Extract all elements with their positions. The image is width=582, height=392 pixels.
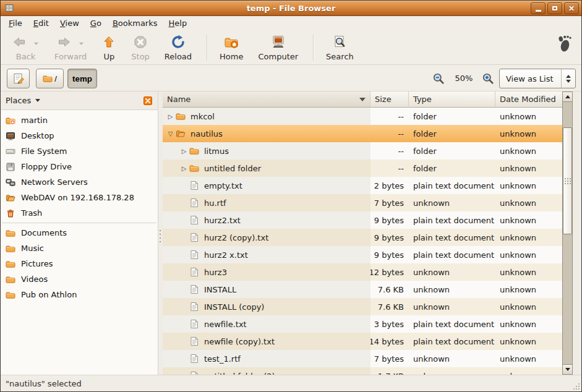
expander-collapsed-icon[interactable]: ▷ (165, 113, 176, 120)
back-arrow-icon (12, 35, 27, 49)
column-header-type[interactable]: Type (409, 92, 495, 108)
file-size: -- (370, 142, 409, 160)
zoom-out-button[interactable] (432, 72, 445, 85)
file-row[interactable]: empty.txt2 bytesplain text documentunkno… (163, 177, 562, 194)
spin-up-icon (566, 75, 571, 78)
sidebar-item-network-servers[interactable]: Network Servers (1, 174, 158, 190)
folder-open-icon (6, 193, 15, 203)
menu-bookmarks[interactable]: Bookmarks (107, 17, 163, 30)
sidebar-item-trash[interactable]: Trash (1, 205, 158, 221)
sidebar-item-martin[interactable]: martin (1, 113, 158, 128)
file-name: mkcol (190, 112, 215, 121)
forward-button: Forward (48, 33, 93, 62)
home-icon (224, 35, 239, 49)
desktop-icon (6, 131, 15, 141)
file-row[interactable]: hu.rtf7 bytesunknownunknown (163, 194, 562, 211)
text-file-icon (189, 232, 199, 242)
file-size: -- (370, 160, 409, 177)
toolbar-separator (313, 35, 314, 61)
file-row[interactable]: hurz2.txt9 bytesplain text documentunkno… (163, 211, 562, 229)
sidebar-item-label: Pub on Athlon (21, 290, 77, 299)
column-header-name[interactable]: Name (163, 92, 370, 108)
file-row[interactable]: ▷mkcol--folderunknown (163, 108, 562, 125)
scroll-down-button[interactable] (562, 364, 573, 375)
menu-file[interactable]: File (3, 17, 28, 30)
sidebar-close-button[interactable] (143, 96, 153, 105)
file-row[interactable]: ▽nautilus--folderunknown (163, 125, 562, 142)
sidebar-item-pub-on-athlon[interactable]: Pub on Athlon (1, 287, 158, 302)
file-row[interactable]: untitled folder (2)1.7 KBunknownunknown (163, 367, 562, 375)
scroll-up-button[interactable] (562, 92, 573, 102)
folder-icon (189, 146, 199, 156)
menu-help[interactable]: Help (163, 17, 193, 30)
up-button[interactable]: Up (95, 33, 122, 62)
file-name: test_1.rtf (204, 354, 241, 364)
reload-button[interactable]: Reload (158, 33, 198, 62)
sidebar-item-desktop[interactable]: Desktop (1, 128, 158, 143)
close-button[interactable]: ✕ (564, 2, 579, 14)
file-date-modified: unknown (495, 298, 562, 315)
text-file-icon (189, 319, 199, 329)
sidebar-item-documents[interactable]: Documents (1, 225, 158, 241)
sort-descending-icon (359, 98, 366, 101)
sidebar-item-pictures[interactable]: Pictures (1, 256, 158, 271)
menu-go[interactable]: Go (85, 17, 107, 30)
sidebar-item-label: Pictures (21, 259, 53, 268)
file-date-modified: unknown (495, 281, 562, 298)
view-mode-spinner[interactable] (561, 69, 575, 88)
column-header-size[interactable]: Size (370, 92, 409, 108)
menu-view[interactable]: View (54, 17, 85, 30)
file-date-modified: unknown (495, 367, 562, 375)
scrollbar-thumb[interactable] (563, 127, 572, 234)
edit-location-button[interactable] (7, 69, 30, 88)
search-button[interactable]: Search (320, 33, 360, 62)
computer-icon (271, 35, 286, 49)
minimize-button[interactable] (531, 2, 546, 14)
scrollbar-trough[interactable] (562, 102, 573, 364)
root-path-button[interactable]: / (36, 69, 64, 88)
file-type: plain text document (409, 333, 495, 350)
vertical-scrollbar[interactable] (562, 92, 573, 375)
spin-down-icon (566, 80, 571, 83)
expander-expanded-icon[interactable]: ▽ (165, 130, 176, 137)
sidebar-item-videos[interactable]: Videos (1, 271, 158, 287)
file-row[interactable]: test_1.rtf7 bytesunknownunknown (163, 350, 562, 367)
toolbar: BackForwardUpStopReloadHomeComputerSearc… (1, 30, 581, 65)
sidebar-item-file-system[interactable]: File System (1, 143, 158, 159)
drive-icon (6, 147, 15, 156)
sidebar-item-webdav-on-192-168-178-28[interactable]: WebDAV on 192.168.178.28 (1, 190, 158, 205)
file-row[interactable]: hurz312 bytesunknownunknown (163, 263, 562, 281)
file-row[interactable]: ▷untitled folder--folderunknown (163, 160, 562, 177)
resize-grip[interactable] (572, 382, 580, 390)
file-row[interactable]: INSTALL (copy)7.6 KBunknownunknown (163, 298, 562, 315)
expander-collapsed-icon[interactable]: ▷ (179, 148, 189, 155)
text-file-icon (189, 302, 199, 312)
text-file-icon (189, 181, 199, 190)
root-path-label: / (54, 74, 57, 83)
sidebar-item-floppy-drive[interactable]: Floppy Drive (1, 159, 158, 174)
pane-splitter[interactable] (158, 92, 163, 375)
file-row[interactable]: hurz2 (copy).txt9 bytesplain text docume… (163, 229, 562, 246)
file-row[interactable]: INSTALL7.6 KBunknownunknown (163, 281, 562, 298)
file-date-modified: unknown (495, 211, 562, 229)
sidebar-item-music[interactable]: Music (1, 241, 158, 256)
zoom-in-button[interactable] (482, 72, 494, 85)
maximize-button[interactable] (547, 2, 562, 14)
file-size: 9 bytes (370, 229, 409, 246)
menu-edit[interactable]: Edit (28, 17, 54, 30)
view-mode-select[interactable]: View as List (499, 69, 576, 88)
file-size: 7.6 KB (370, 298, 409, 315)
expander-collapsed-icon[interactable]: ▷ (179, 165, 189, 172)
file-row[interactable]: newfile (copy).txt14 bytesplain text doc… (163, 333, 562, 350)
home-button[interactable]: Home (213, 33, 249, 62)
file-row[interactable]: ▷litmus--folderunknown (163, 142, 562, 160)
titlebar[interactable]: temp - File Browser ✕ (1, 1, 581, 16)
current-folder-button[interactable]: temp (67, 69, 97, 88)
places-dropdown[interactable]: Places (6, 96, 143, 105)
caret-down-icon (35, 99, 40, 102)
file-row[interactable]: hurz2 x.txt9 bytesplain text documentunk… (163, 246, 562, 263)
file-name: hurz2 x.txt (204, 250, 248, 260)
computer-button[interactable]: Computer (252, 33, 304, 62)
file-row[interactable]: newfile.txt3 bytesplain text documentunk… (163, 315, 562, 333)
column-header-date-modified[interactable]: Date Modified (495, 92, 562, 108)
